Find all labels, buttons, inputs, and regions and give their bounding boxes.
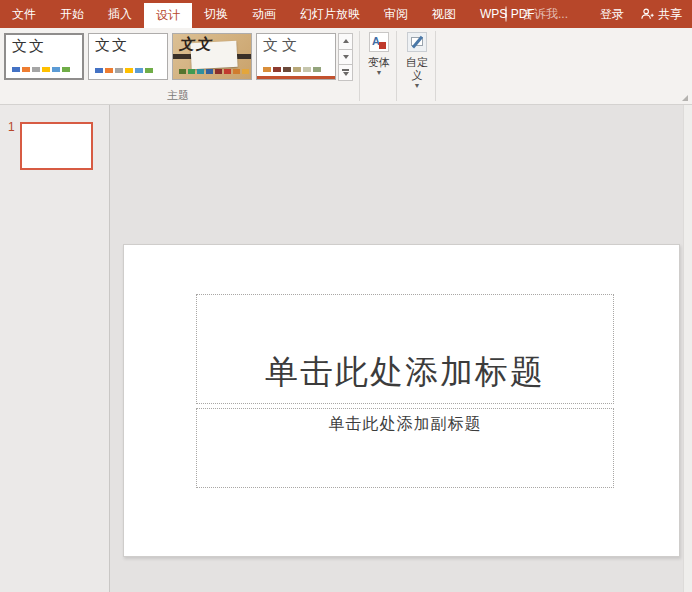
tab-transitions[interactable]: 切换 (192, 0, 240, 28)
tell-me-label: 告诉我... (522, 6, 568, 23)
collapse-ribbon-icon[interactable] (682, 95, 688, 101)
workspace: 1 单击此处添加标题 单击此处添加副标题 (0, 105, 692, 592)
variants-label: 变体 (364, 56, 394, 69)
theme-color-swatches (263, 67, 321, 72)
more-themes-icon (342, 69, 349, 76)
lightbulb-icon (505, 7, 516, 22)
tab-slideshow[interactable]: 幻灯片放映 (288, 0, 372, 28)
gallery-scroll-up-button[interactable] (338, 33, 353, 50)
gallery-scroll-down-button[interactable] (338, 49, 353, 66)
tab-insert[interactable]: 插入 (96, 0, 144, 28)
theme-color-swatches (179, 69, 249, 74)
subtitle-placeholder[interactable]: 单击此处添加副标题 (196, 408, 614, 488)
theme-thumbnail-2[interactable]: 文文 (88, 33, 168, 80)
theme-thumbnail-3[interactable]: 文文 (172, 33, 252, 80)
share-label: 共享 (658, 6, 682, 23)
customize-label: 自定义 (402, 56, 432, 82)
theme-preview-text: 文文 (12, 37, 46, 56)
group-separator (359, 31, 360, 101)
title-placeholder-text: 单击此处添加标题 (265, 350, 545, 395)
title-placeholder[interactable]: 单击此处添加标题 (196, 294, 614, 404)
themes-group-label: 主题 (0, 88, 356, 103)
theme-thumbnail-1[interactable]: 文文 (4, 33, 84, 80)
tell-me-box[interactable]: 告诉我... (505, 0, 568, 28)
theme-preview-text: 文文 (179, 35, 213, 54)
tab-home[interactable]: 开始 (48, 0, 96, 28)
theme-color-swatches (12, 67, 70, 72)
ribbon-design: 文文 文文 文文 文文 主题 A (0, 28, 692, 105)
slide-number: 1 (8, 120, 15, 134)
powerpoint-window: 文件 开始 插入 设计 切换 动画 幻灯片放映 审阅 视图 WPS PDF 告诉… (0, 0, 692, 592)
tab-view[interactable]: 视图 (420, 0, 468, 28)
customize-icon (407, 32, 427, 52)
variants-icon: A (369, 32, 389, 52)
sign-in-button[interactable]: 登录 (590, 6, 634, 23)
panel-divider[interactable] (109, 105, 110, 592)
theme-accent-bar (257, 76, 335, 79)
tab-file[interactable]: 文件 (0, 0, 48, 28)
slide-canvas[interactable]: 单击此处添加标题 单击此处添加副标题 (123, 244, 680, 557)
vertical-scrollbar[interactable] (683, 105, 692, 592)
gallery-more-button[interactable] (338, 64, 353, 81)
group-separator (435, 31, 436, 101)
theme-color-swatches (95, 68, 153, 73)
ribbon-tab-bar: 文件 开始 插入 设计 切换 动画 幻灯片放映 审阅 视图 WPS PDF 告诉… (0, 0, 692, 28)
customize-button[interactable]: 自定义 ▼ (399, 32, 435, 98)
tab-animations[interactable]: 动画 (240, 0, 288, 28)
theme-preview-text: 文文 (263, 36, 301, 55)
subtitle-placeholder-text: 单击此处添加副标题 (329, 414, 482, 435)
theme-preview-text: 文文 (95, 36, 129, 55)
tab-design[interactable]: 设计 (144, 3, 192, 28)
tab-review[interactable]: 审阅 (372, 0, 420, 28)
theme-thumbnail-4[interactable]: 文文 (256, 33, 336, 80)
down-arrow-icon (343, 55, 349, 59)
slide-thumbnail-selected[interactable] (20, 122, 93, 170)
theme-gallery-scrollbar (338, 33, 353, 80)
person-plus-icon (640, 7, 654, 21)
up-arrow-icon (343, 39, 349, 43)
variants-button[interactable]: A 变体 ▼ (361, 32, 397, 98)
chevron-down-icon: ▼ (376, 69, 383, 77)
slide-thumbnails-panel: 1 (0, 105, 109, 592)
share-button[interactable]: 共享 (634, 6, 692, 23)
chevron-down-icon: ▼ (414, 82, 421, 90)
